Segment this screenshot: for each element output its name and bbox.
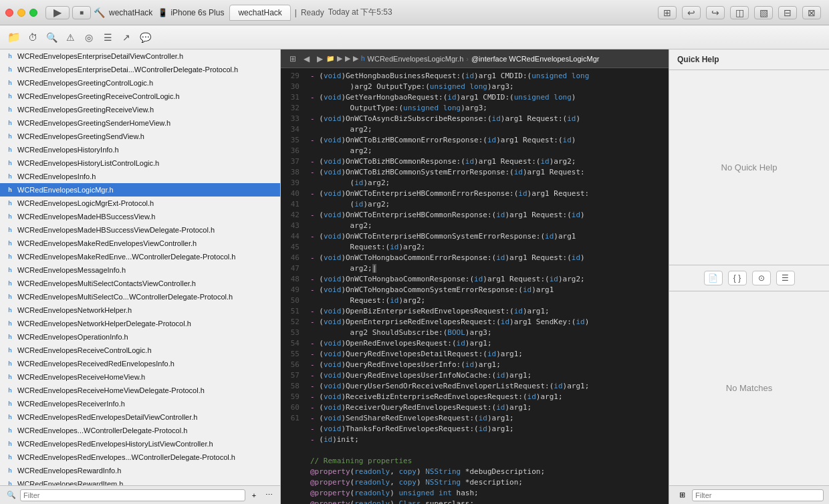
file-item-29[interactable]: hWCRedEnvelopesRedEnvelopesHistoryListVi… xyxy=(0,437,280,451)
file-navigator: hWCRedEnvelopesEnterpriseDetailViewContr… xyxy=(0,49,281,504)
file-item-2[interactable]: hWCRedEnvelopesGreetingControlLogic.h xyxy=(0,76,280,90)
file-item-18[interactable]: hWCRedEnvelopesMultiSelectCo...WControll… xyxy=(0,290,280,303)
code-line: arg2 ShouldSubscribe:(BOOL)arg3; xyxy=(310,328,663,338)
code-line: - (void)OnWCToBizHBCommonErrorResponse:(… xyxy=(310,135,663,146)
file-item-9[interactable]: hWCRedEnvelopesInfo.h xyxy=(0,170,280,183)
history-btn[interactable]: ⏱ xyxy=(24,30,41,45)
editor-next-btn[interactable]: ▶ xyxy=(313,53,326,65)
file-item-32[interactable]: hWCRedEnvelopesRewardItem.h xyxy=(0,477,280,485)
file-item-17[interactable]: hWCRedEnvelopesMultiSelectContactsViewCo… xyxy=(0,277,280,290)
file-item-26[interactable]: hWCRedEnvelopesReceiverInfo.h xyxy=(0,397,280,410)
file-item-15[interactable]: hWCRedEnvelopesMakeRedEnve...WController… xyxy=(0,250,280,263)
file-item-7[interactable]: hWCRedEnvelopesHistoryInfo.h xyxy=(0,143,280,156)
add-btn[interactable]: + xyxy=(248,489,260,501)
sidebar-footer: 🔍 + ⋯ xyxy=(0,485,280,504)
breadcrumb-folder1[interactable]: ▶ xyxy=(337,54,342,63)
code-line: - (void)OnWCToBizHBCommonResponse:(id)ar… xyxy=(310,156,663,167)
braces-qh-btn[interactable]: { } xyxy=(728,271,747,285)
app-icon: 🔨 xyxy=(94,7,105,18)
file-item-13[interactable]: hWCRedEnvelopesMadeHBSuccessViewDelegate… xyxy=(0,223,280,237)
minimize-button[interactable] xyxy=(17,9,25,17)
code-view[interactable]: - (void)GetHongbaoBusinessRequest:(id)ar… xyxy=(305,68,669,504)
filter-input[interactable] xyxy=(20,489,245,501)
file-item-27[interactable]: hWCRedEnvelopesRedEnvelopesDetailViewCon… xyxy=(0,410,280,424)
file-qh-btn[interactable]: 📄 xyxy=(704,271,723,285)
forward-btn[interactable]: ↪ xyxy=(706,6,725,19)
options-btn[interactable]: ⋯ xyxy=(263,489,275,501)
list-qh-btn[interactable]: ☰ xyxy=(776,271,795,285)
editor-layout-btn[interactable]: ⊞ xyxy=(658,6,677,19)
maximize-button[interactable] xyxy=(29,9,37,17)
breadcrumb-folder3[interactable]: ▶ xyxy=(353,54,358,63)
file-item-4[interactable]: hWCRedEnvelopesGreetingReceiveView.h xyxy=(0,103,280,116)
circle-qh-btn[interactable]: ⊙ xyxy=(752,271,771,285)
debug-btn2[interactable]: ☰ xyxy=(99,30,116,45)
file-item-12[interactable]: hWCRedEnvelopesMadeHBSuccessView.h xyxy=(0,210,280,223)
back-forward-btn[interactable]: ▶ xyxy=(45,6,70,19)
file-item-5[interactable]: hWCRedEnvelopesGreetingSenderHomeView.h xyxy=(0,116,280,130)
debug-btn[interactable]: ⊟ xyxy=(778,6,797,19)
file-type-icon: h xyxy=(5,292,15,301)
code-line: (id)arg2; xyxy=(310,178,663,188)
issues-btn[interactable]: ⚠ xyxy=(62,30,79,45)
code-line: arg2; xyxy=(310,221,663,231)
file-name-label: WCRedEnvelopesGreetingReceiveControlLogi… xyxy=(17,92,180,100)
file-item-23[interactable]: hWCRedEnvelopesReceivedRedEnvelopesInfo.… xyxy=(0,357,280,370)
file-item-8[interactable]: hWCRedEnvelopesHistoryListControlLogic.h xyxy=(0,156,280,170)
breadcrumb-symbol[interactable]: @interface WCRedEnvelopesLogicMgr xyxy=(471,55,600,63)
code-line: - (void)OnWCToEnterpriseHBCommonErrorRes… xyxy=(310,188,663,199)
file-item-10[interactable]: hWCRedEnvelopesLogicMgr.h xyxy=(0,183,280,197)
grid-btn[interactable]: ⊞ xyxy=(675,489,689,501)
line-num: 37 xyxy=(281,156,300,167)
file-type-icon: h xyxy=(5,51,15,61)
file-name-label: WCRedEnvelopesReceiverInfo.h xyxy=(17,400,125,408)
file-item-24[interactable]: hWCRedEnvelopesReceiveHomeView.h xyxy=(0,370,280,384)
search-btn[interactable]: 🔍 xyxy=(43,30,60,45)
file-item-31[interactable]: hWCRedEnvelopesRewardInfo.h xyxy=(0,464,280,477)
report-btn[interactable]: 💬 xyxy=(136,30,154,45)
code-line: @property(readonly) unsigned int hash; xyxy=(310,488,663,499)
back-btn[interactable]: ↩ xyxy=(682,6,701,19)
breadcrumb-file[interactable]: WCRedEnvelopesLogicMgr.h xyxy=(368,55,464,63)
stop-btn[interactable]: ■ xyxy=(72,6,91,19)
code-line: - (void)OnWCToAsyncBizSubscribeResponse:… xyxy=(310,114,663,124)
file-type-icon: h xyxy=(5,439,15,449)
file-item-11[interactable]: hWCRedEnvelopesLogicMgrExt-Protocol.h xyxy=(0,197,280,210)
code-line: - (void)OpenBizEnterpriseRedEnvelopesReq… xyxy=(310,306,663,317)
folder-btn[interactable]: 📁 xyxy=(5,30,23,45)
navigator-btn[interactable]: ◫ xyxy=(730,6,749,19)
file-item-30[interactable]: hWCRedEnvelopesRedEnvelopes...WControlle… xyxy=(0,451,280,464)
file-name-label: WCRedEnvelopesMadeHBSuccessView.h xyxy=(17,213,155,221)
breadcrumb-folder2[interactable]: ▶ xyxy=(345,54,350,63)
file-type-icon: h xyxy=(5,145,15,154)
file-item-28[interactable]: hWCRedEnvelopes...WControllerDelegate-Pr… xyxy=(0,424,280,437)
file-item-6[interactable]: hWCRedEnvelopesGreetingSendView.h xyxy=(0,130,280,143)
editor-back-btn[interactable]: ⊞ xyxy=(286,53,300,65)
file-item-16[interactable]: hWCRedEnvelopesMessageInfo.h xyxy=(0,263,280,277)
assistant-btn[interactable]: ⊠ xyxy=(802,6,821,19)
file-item-25[interactable]: hWCRedEnvelopesReceiveHomeViewDelegate-P… xyxy=(0,384,280,397)
file-item-3[interactable]: hWCRedEnvelopesGreetingReceiveControlLog… xyxy=(0,90,280,103)
tests-btn[interactable]: ◎ xyxy=(80,30,98,45)
file-item-22[interactable]: hWCRedEnvelopesReceiveControlLogic.h xyxy=(0,344,280,357)
file-name-label: WCRedEnvelopesMultiSelectCo...WControlle… xyxy=(17,293,233,301)
code-line: @property(readonly, copy) NSString *desc… xyxy=(310,477,663,488)
file-type-icon: h xyxy=(5,359,15,368)
close-button[interactable] xyxy=(5,9,13,17)
file-item-20[interactable]: hWCRedEnvelopesNetworkHelperDelegate-Pro… xyxy=(0,317,280,330)
file-item-14[interactable]: hWCRedEnvelopesMakeRedEnvelopesViewContr… xyxy=(0,237,280,250)
file-item-0[interactable]: hWCRedEnvelopesEnterpriseDetailViewContr… xyxy=(0,49,280,63)
editor-prev-btn[interactable]: ◀ xyxy=(300,53,313,65)
inspector-btn[interactable]: ▧ xyxy=(754,6,773,19)
file-item-19[interactable]: hWCRedEnvelopesNetworkHelper.h xyxy=(0,303,280,317)
file-item-21[interactable]: hWCRedEnvelopesOperationInfo.h xyxy=(0,330,280,344)
file-name-label: WCRedEnvelopesNetworkHelper.h xyxy=(17,306,132,314)
breakpoints-btn[interactable]: ↗ xyxy=(118,30,135,45)
file-item-1[interactable]: hWCRedEnvelopesEnterpriseDetai...WContro… xyxy=(0,63,280,76)
tab-wechathack[interactable]: wechatHack xyxy=(229,5,290,21)
file-name-label: WCRedEnvelopesRewardInfo.h xyxy=(17,467,121,475)
qh-filter-input[interactable] xyxy=(692,489,824,501)
file-name-label: WCRedEnvelopesHistoryInfo.h xyxy=(17,146,119,154)
quick-help-panel: Quick Help No Quick Help 📄 { } ⊙ ☰ No Ma… xyxy=(669,49,829,504)
code-line: // Remaining properties xyxy=(310,456,663,467)
